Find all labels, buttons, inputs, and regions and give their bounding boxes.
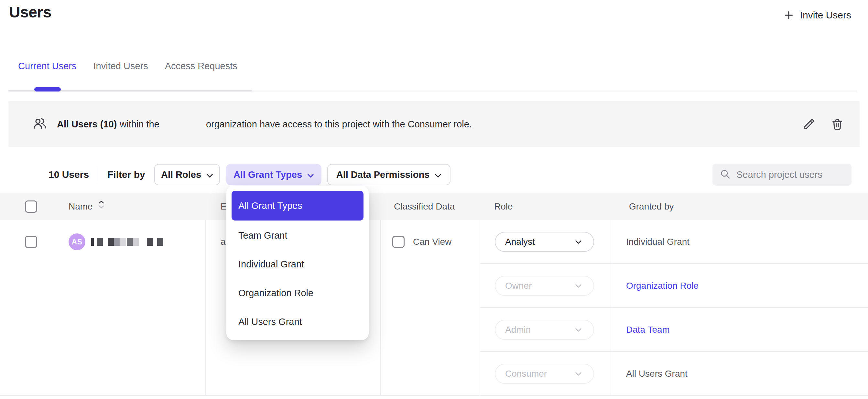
search-box xyxy=(712,163,851,186)
all-grant-types-filter[interactable]: All Grant Types xyxy=(226,164,321,185)
plus-icon xyxy=(783,10,794,21)
chevron-down-icon xyxy=(307,170,314,180)
select-all-checkbox[interactable] xyxy=(25,201,37,213)
invite-users-button[interactable]: Invite Users xyxy=(783,10,851,21)
column-header-role: Role xyxy=(494,193,513,220)
all-users-banner: All Users (10) within the xyxy=(8,101,860,147)
granted-by-link[interactable]: Data Team xyxy=(626,308,670,352)
role-dropdown-owner: Owner xyxy=(495,276,594,296)
chevron-down-icon xyxy=(206,170,213,180)
users-page: Users Invite Users Current Users Invited… xyxy=(0,0,868,399)
menu-item-all-users-grant[interactable]: All Users Grant xyxy=(231,307,364,336)
all-data-permissions-filter[interactable]: All Data Permissions xyxy=(327,164,451,185)
edit-pencil-icon[interactable] xyxy=(802,117,816,131)
granted-by-link[interactable]: Organization Role xyxy=(626,264,699,308)
chevron-down-icon xyxy=(575,284,582,288)
user-count: 10 Users xyxy=(49,158,89,191)
sort-icon[interactable] xyxy=(99,201,104,209)
granted-by-value: Individual Grant xyxy=(626,220,689,264)
chevron-down-icon xyxy=(575,240,582,244)
tab-bar: Current Users Invited Users Access Reque… xyxy=(18,61,237,71)
page-title: Users xyxy=(9,3,52,21)
role-dropdown-analyst[interactable]: Analyst xyxy=(495,232,594,252)
table-row: AS a Can View Analyst Individual Grant xyxy=(0,220,868,396)
search-icon xyxy=(719,168,731,181)
role-dropdown-consumer: Consumer xyxy=(495,364,594,384)
column-header-granted-by: Granted by xyxy=(629,193,674,220)
menu-item-team-grant[interactable]: Team Grant xyxy=(231,221,364,250)
tab-access-requests[interactable]: Access Requests xyxy=(165,61,237,71)
chevron-down-icon xyxy=(435,170,441,180)
invite-users-label: Invite Users xyxy=(800,10,851,21)
grant-row: Analyst Individual Grant xyxy=(0,220,868,264)
menu-item-all-grant-types[interactable]: All Grant Types xyxy=(231,191,364,220)
chevron-down-icon xyxy=(575,372,582,376)
grant-types-dropdown-menu: All Grant Types Team Grant Individual Gr… xyxy=(226,186,369,340)
filter-by-label: Filter by xyxy=(107,158,145,191)
grant-row: Owner Organization Role xyxy=(0,264,868,308)
banner-text: All Users (10) within the xyxy=(57,119,472,130)
active-tab-indicator xyxy=(34,87,61,92)
role-dropdown-admin: Admin xyxy=(495,320,594,340)
filter-toolbar: 10 Users Filter by All Roles All Grant T… xyxy=(0,158,868,191)
banner-before-text: within the xyxy=(120,119,159,130)
grant-row: Admin Data Team xyxy=(0,308,868,352)
toolbar-divider xyxy=(97,167,97,182)
column-header-classified-data: Classified Data xyxy=(394,193,455,220)
tab-current-users[interactable]: Current Users xyxy=(18,61,76,71)
search-input[interactable] xyxy=(736,170,858,180)
banner-after-text: organization have access to this project… xyxy=(206,119,472,130)
column-header-name[interactable]: Name xyxy=(68,193,93,220)
column-header-email-visible[interactable]: E xyxy=(221,193,227,220)
tab-invited-users[interactable]: Invited Users xyxy=(93,61,148,71)
users-group-icon xyxy=(32,117,47,132)
chevron-down-icon xyxy=(575,328,582,332)
menu-item-organization-role[interactable]: Organization Role xyxy=(231,279,364,307)
table-header: Name E Classified Data Role Granted by xyxy=(0,193,868,220)
redacted-org-name xyxy=(163,121,203,128)
delete-trash-icon[interactable] xyxy=(831,117,844,131)
grant-row: Consumer All Users Grant xyxy=(0,352,868,396)
granted-by-value: All Users Grant xyxy=(626,352,687,396)
banner-bold-text: All Users (10) xyxy=(57,119,117,130)
menu-item-individual-grant[interactable]: Individual Grant xyxy=(231,250,364,279)
all-roles-filter[interactable]: All Roles xyxy=(154,164,220,185)
